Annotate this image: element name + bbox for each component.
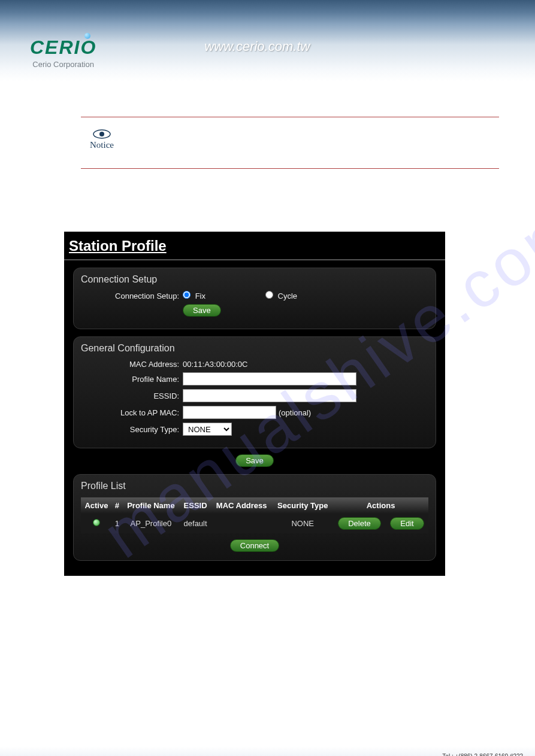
col-sec: Security Type [272, 497, 333, 514]
row-essid: default [180, 514, 211, 533]
connection-legend: Connection Setup [81, 274, 428, 285]
delete-button[interactable]: Delete [338, 517, 381, 530]
mac-label: MAC Address: [81, 360, 183, 369]
connect-button[interactable]: Connect [230, 539, 279, 552]
optional-label: (optional) [279, 408, 311, 417]
panel-title: Station Profile [64, 232, 445, 260]
tel: Tel : +(886) 2-8667-6160 #222 [442, 752, 529, 756]
page-header: CERIO Cerio Corporation www.cerio.com.tw [0, 0, 535, 81]
profile-name-input[interactable] [183, 372, 356, 385]
notice-label: Notice [90, 140, 114, 150]
divider [81, 168, 499, 169]
radio-fix[interactable] [183, 291, 191, 299]
connection-setup-group: Connection Setup Connection Setup: Fix C… [73, 268, 436, 329]
col-name: Profile Name [122, 497, 180, 514]
profile-list-group: Profile List Active # Profile Name ESSID… [73, 474, 436, 561]
radio-fix-label: Fix [195, 292, 205, 300]
profile-list-legend: Profile List [81, 481, 428, 491]
essid-label: ESSID: [81, 391, 183, 400]
security-type-label: Security Type: [81, 425, 183, 434]
general-config-group: General Configuration MAC Address: 00:11… [73, 336, 436, 448]
row-name: AP_Profile0 [122, 514, 180, 533]
logo-dot-icon [84, 33, 90, 39]
logo-main: CERIO [30, 37, 96, 58]
station-profile-panel: Station Profile Connection Setup Connect… [64, 232, 445, 576]
row-sec: NONE [272, 514, 333, 533]
col-essid: ESSID [180, 497, 211, 514]
row-num: 1 [112, 514, 122, 533]
contact-info: Tel : +(886) 2-8667-6160 #222 Fax : +(88… [442, 752, 529, 756]
lock-mac-input[interactable] [183, 406, 276, 419]
col-mac: MAC Address [211, 497, 272, 514]
logo-subtitle: Cerio Corporation [32, 60, 94, 69]
table-row: 1 AP_Profile0 default NONE Delete Edit [81, 514, 428, 533]
profile-name-label: Profile Name: [81, 375, 183, 384]
notice-icon: Notice [90, 129, 114, 150]
edit-button[interactable]: Edit [390, 517, 424, 530]
radio-cycle-label: Cycle [278, 292, 298, 300]
connection-setup-label: Connection Setup: [81, 292, 183, 300]
col-actions: Actions [333, 497, 428, 514]
active-dot-icon[interactable] [93, 519, 100, 526]
profile-table: Active # Profile Name ESSID MAC Address … [81, 497, 428, 533]
save-connection-button[interactable]: Save [183, 304, 221, 317]
lock-mac-label: Lock to AP MAC: [81, 408, 183, 417]
eye-icon [93, 129, 111, 139]
radio-cycle[interactable] [265, 291, 273, 299]
row-mac [211, 514, 272, 533]
logo-text: CERIO [30, 37, 96, 59]
save-general-button[interactable]: Save [235, 454, 274, 467]
essid-input[interactable] [183, 389, 356, 402]
svg-point-1 [99, 132, 104, 136]
logo: CERIO Cerio Corporation [30, 37, 96, 69]
security-type-select[interactable]: NONE [183, 423, 232, 436]
general-legend: General Configuration [81, 343, 428, 354]
col-active: Active [81, 497, 112, 514]
site-url: www.cerio.com.tw [204, 39, 310, 54]
page-footer: Tel : +(886) 2-8667-6160 #222 Fax : +(88… [0, 746, 535, 756]
notice-block: Notice [81, 117, 499, 169]
mac-value: 00:11:A3:00:00:0C [183, 360, 247, 369]
col-num: # [112, 497, 122, 514]
